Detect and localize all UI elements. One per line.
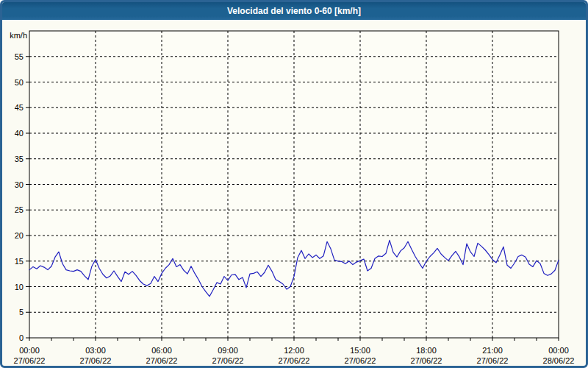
x-tick-date-label: 28/06/22 (543, 356, 575, 365)
x-tick-date-label: 27/06/22 (212, 356, 244, 365)
y-axis-unit-label: km/h (10, 31, 27, 40)
y-tick-label: 10 (15, 283, 24, 291)
y-tick-label: 20 (15, 231, 24, 240)
x-tick-date-label: 27/06/22 (411, 356, 442, 365)
chart-window: Velocidad del viento 0-60 [km/h] 0510152… (0, 0, 588, 368)
x-tick-date-label: 27/06/22 (14, 356, 46, 365)
y-tick-label: 30 (15, 180, 24, 189)
x-tick-time-label: 03:00 (85, 346, 106, 355)
x-tick-date-label: 27/06/22 (279, 356, 310, 365)
x-tick-time-label: 18:00 (416, 346, 437, 355)
x-axis: 00:0027/06/2203:0027/06/2206:0027/06/220… (14, 338, 575, 365)
x-tick-time-label: 00:00 (19, 346, 40, 355)
x-tick-time-label: 15:00 (350, 346, 370, 355)
chart-area: 0510152025303540455055km/h00:0027/06/220… (2, 21, 586, 366)
chart-title: Velocidad del viento 0-60 [km/h] (227, 7, 361, 15)
x-tick-date-label: 27/06/22 (80, 356, 112, 365)
x-tick-date-label: 27/06/22 (146, 356, 178, 365)
y-tick-label: 25 (15, 205, 24, 214)
y-tick-label: 50 (15, 78, 24, 87)
x-tick-date-label: 27/06/22 (345, 356, 376, 365)
y-tick-label: 15 (15, 257, 24, 266)
x-tick-time-label: 09:00 (218, 346, 238, 355)
y-tick-label: 5 (19, 308, 24, 316)
y-tick-label: 40 (15, 129, 24, 138)
y-tick-label: 55 (15, 52, 24, 61)
wind-speed-chart: 0510152025303540455055km/h00:0027/06/220… (2, 21, 586, 366)
x-tick-time-label: 00:00 (548, 346, 569, 355)
y-axis: 0510152025303540455055km/h (10, 31, 29, 342)
x-tick-time-label: 06:00 (151, 346, 172, 355)
y-tick-label: 35 (15, 155, 24, 163)
x-tick-time-label: 12:00 (284, 346, 304, 355)
x-tick-date-label: 27/06/22 (477, 356, 509, 365)
y-tick-label: 45 (15, 103, 24, 112)
x-tick-time-label: 21:00 (482, 346, 503, 355)
chart-titlebar: Velocidad del viento 0-60 [km/h] (2, 2, 586, 21)
y-tick-label: 0 (19, 333, 24, 342)
